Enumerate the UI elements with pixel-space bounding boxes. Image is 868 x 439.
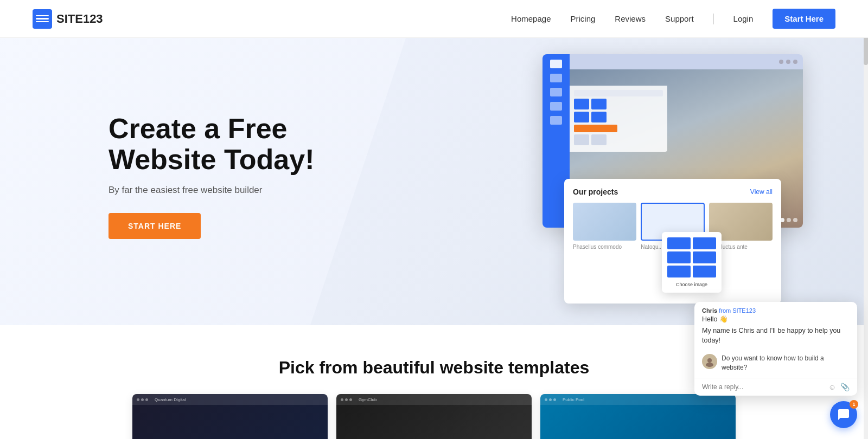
nav-dot-3 bbox=[793, 218, 797, 222]
chat-from-label: from SITE123 bbox=[719, 307, 756, 314]
hero-section: Create a Free Website Today! By far the … bbox=[0, 38, 868, 325]
sidebar-icon-2 bbox=[550, 74, 562, 82]
hero-title: Create a Free Website Today! bbox=[108, 113, 315, 175]
logo-text: SITE123 bbox=[56, 12, 103, 26]
choose-box-4 bbox=[693, 251, 716, 263]
nav-dot-2 bbox=[787, 218, 791, 222]
sidebar-icon-4 bbox=[550, 102, 562, 111]
tpl-badge-pool: Public Pool bbox=[563, 397, 584, 402]
chat-hello: Hello 👋 bbox=[702, 315, 850, 325]
tpl-dot-pool-2 bbox=[549, 398, 552, 401]
project-card-1: Phasellus commodo bbox=[573, 203, 636, 250]
project-img-1 bbox=[573, 203, 636, 241]
svg-point-1 bbox=[706, 363, 713, 367]
chat-attach-icon[interactable]: 📎 bbox=[840, 383, 850, 391]
login-button[interactable]: Login bbox=[733, 14, 754, 23]
tpl-dots-gym bbox=[341, 398, 352, 401]
chat-body: Do you want to know how to build a websi… bbox=[694, 354, 857, 378]
nav-pricing[interactable]: Pricing bbox=[571, 14, 596, 23]
chat-message: Do you want to know how to build a websi… bbox=[722, 354, 850, 372]
tpl-dot-3 bbox=[145, 398, 148, 401]
tpl-dot-gym-3 bbox=[349, 398, 352, 401]
chat-avatar-row: Do you want to know how to build a websi… bbox=[702, 354, 850, 372]
scrollbar[interactable] bbox=[864, 0, 868, 439]
tpl-dot-pool-1 bbox=[545, 398, 547, 401]
nav-support[interactable]: Support bbox=[665, 14, 694, 23]
panel-row-1 bbox=[574, 99, 663, 109]
editor-panel bbox=[570, 86, 667, 152]
choose-label: Choose image bbox=[667, 282, 716, 287]
dot-3 bbox=[793, 60, 797, 64]
nav-divider bbox=[713, 14, 714, 24]
chat-reply-input[interactable] bbox=[702, 383, 825, 391]
template-card-gymclub[interactable]: GymClub Gain More Muscle with GymClub! bbox=[336, 394, 532, 439]
panel-img-3 bbox=[574, 112, 589, 122]
tpl-content-gym: Gain More Muscle with GymClub! bbox=[336, 405, 532, 439]
orange-bar bbox=[574, 125, 617, 132]
tpl-dot-1 bbox=[137, 398, 139, 401]
tpl-dot-pool-3 bbox=[553, 398, 556, 401]
panel-box-2 bbox=[591, 134, 607, 145]
chat-avatar bbox=[702, 354, 717, 369]
start-here-button-hero[interactable]: START HERE bbox=[108, 213, 201, 239]
start-here-button-nav[interactable]: Start Here bbox=[773, 9, 835, 29]
projects-title: Our projects bbox=[573, 188, 618, 196]
choose-box-2 bbox=[693, 237, 716, 249]
panel-row-3 bbox=[574, 134, 663, 145]
hero-subtitle: By far the easiest free website builder bbox=[108, 185, 315, 196]
tpl-dot-gym-1 bbox=[341, 398, 343, 401]
logo-link[interactable]: SITE123 bbox=[33, 9, 103, 29]
template-card-quantum[interactable]: Quantum Digital Digitally forward & crea… bbox=[132, 394, 328, 439]
chat-widget: Chris from SITE123 Hello 👋 My name is Ch… bbox=[694, 302, 857, 396]
choose-grid bbox=[667, 237, 716, 277]
editor-search bbox=[574, 90, 663, 96]
nav-homepage[interactable]: Homepage bbox=[511, 14, 551, 23]
sidebar-icon-5 bbox=[550, 116, 562, 125]
chat-badge: 1 bbox=[850, 400, 858, 409]
tpl-content-quantum: Digitally forward & creative bbox=[132, 405, 328, 439]
chat-actions: ☺ 📎 bbox=[828, 383, 850, 391]
panel-img-1 bbox=[574, 99, 589, 109]
tpl-dots-pool bbox=[545, 398, 556, 401]
panel-row-2 bbox=[574, 112, 663, 122]
hero-content: Create a Free Website Today! By far the … bbox=[108, 113, 315, 239]
tpl-badge-quantum: Quantum Digital bbox=[155, 397, 186, 402]
project-label-1: Phasellus commodo bbox=[573, 244, 636, 250]
projects-header: Our projects View all bbox=[573, 188, 773, 196]
templates-grid: Quantum Digital Digitally forward & crea… bbox=[33, 394, 835, 439]
choose-box-1 bbox=[667, 237, 691, 249]
nav-links: Homepage Pricing Reviews Support Login S… bbox=[511, 9, 835, 29]
tpl-dot-2 bbox=[141, 398, 144, 401]
choose-image-popup: Choose image bbox=[662, 232, 722, 293]
template-card-pool[interactable]: Public Pool Public Pool bbox=[540, 394, 736, 439]
tpl-badge-gym: GymClub bbox=[359, 397, 376, 402]
dot-1 bbox=[779, 60, 783, 64]
sidebar-icon-1 bbox=[550, 60, 562, 68]
panel-img-4 bbox=[591, 112, 607, 122]
tpl-content-pool: Public Pool bbox=[540, 405, 736, 439]
tpl-topbar-quantum: Quantum Digital bbox=[132, 394, 328, 405]
editor-topbar bbox=[570, 54, 803, 69]
logo-icon bbox=[33, 9, 52, 29]
chat-emoji-icon[interactable]: ☺ bbox=[828, 383, 836, 391]
chat-input-row[interactable]: ☺ 📎 bbox=[694, 378, 857, 396]
chat-header: Chris from SITE123 Hello 👋 My name is Ch… bbox=[694, 302, 857, 351]
nav-dots bbox=[780, 218, 797, 222]
svg-point-0 bbox=[707, 358, 712, 363]
chat-from: Chris from SITE123 bbox=[702, 307, 850, 314]
choose-box-5 bbox=[667, 266, 691, 277]
tpl-dots-quantum bbox=[137, 398, 148, 401]
tpl-topbar-gym: GymClub bbox=[336, 394, 532, 405]
nav-reviews[interactable]: Reviews bbox=[615, 14, 646, 23]
choose-box-6 bbox=[693, 266, 716, 277]
sidebar-icon-3 bbox=[550, 88, 562, 96]
chat-intro: My name is Chris and I'll be happy to he… bbox=[702, 326, 850, 345]
chat-open-button[interactable]: 1 bbox=[830, 401, 857, 428]
dot-2 bbox=[786, 60, 790, 64]
hero-mockup: Our projects View all Phasellus commodo … bbox=[542, 54, 825, 304]
panel-box-1 bbox=[574, 134, 589, 145]
view-all-link[interactable]: View all bbox=[750, 188, 773, 196]
tpl-topbar-pool: Public Pool bbox=[540, 394, 736, 405]
chat-agent-name: Chris bbox=[702, 307, 717, 314]
choose-box-3 bbox=[667, 251, 691, 263]
